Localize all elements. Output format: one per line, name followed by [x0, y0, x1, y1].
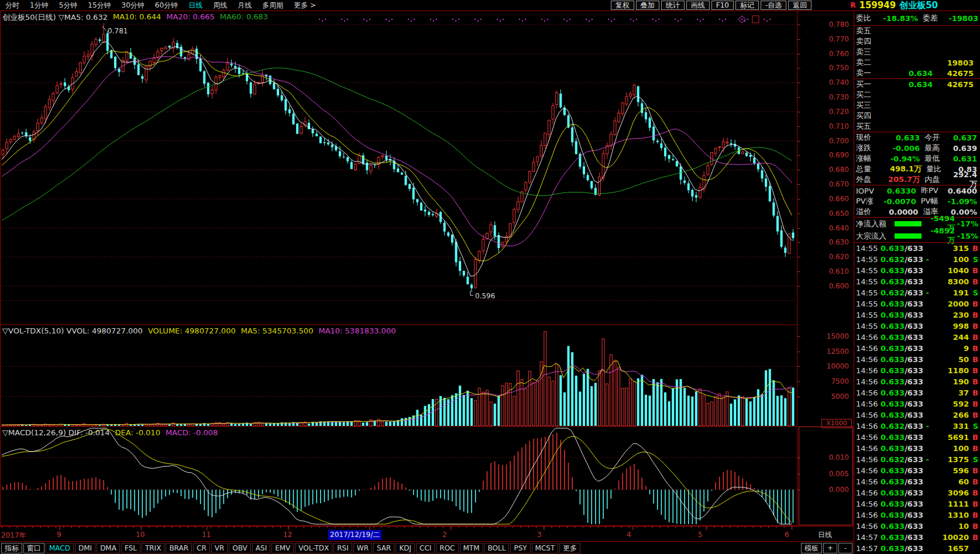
- ask-row[interactable]: 卖二19803: [854, 57, 980, 68]
- indicator-tab-TRIX[interactable]: TRIX: [142, 543, 164, 553]
- axis-tick: [797, 336, 800, 337]
- svg-text:0.781: 0.781: [108, 27, 128, 35]
- axis-tick: [797, 68, 800, 68]
- axis-tick: [797, 352, 800, 352]
- indicator-toolbar: 指标窗口MACDDMIDMAFSLTRIXBRARCRVROBVASIEMVVO…: [0, 541, 854, 554]
- indicator-tab-PSY[interactable]: PSY: [510, 543, 530, 553]
- tick-list[interactable]: 14:550.633/633315B14:550.632/633 -100S14…: [854, 243, 980, 554]
- bid-row[interactable]: 买四: [854, 111, 980, 121]
- axis-tick: [797, 286, 800, 287]
- indicator-tab-BOLL[interactable]: BOLL: [484, 543, 510, 553]
- tick-row: 14:550.632/633 -100S: [854, 254, 980, 265]
- price-axis-label: 0.750: [808, 64, 849, 72]
- period-tab-15分钟[interactable]: 15分钟: [82, 1, 116, 11]
- price-axis-label: 0.640: [808, 225, 849, 232]
- bid-row[interactable]: 买五: [854, 121, 980, 132]
- period-tab-多周期[interactable]: 多周期: [257, 1, 288, 11]
- period-tab-5分钟[interactable]: 5分钟: [54, 1, 83, 11]
- axis-tick: [797, 214, 800, 214]
- period-tab-日线[interactable]: 日线: [183, 1, 208, 11]
- stat-row: 涨跌-0.006最高0.639: [854, 143, 980, 153]
- price-axis-label: 0.710: [808, 123, 849, 130]
- indicator-tab-VR[interactable]: VR: [211, 543, 228, 553]
- indicator-tab-RSI[interactable]: RSI: [333, 543, 352, 553]
- indicator-tab-DMI[interactable]: DMI: [75, 543, 95, 553]
- bid-row[interactable]: 买二: [854, 90, 980, 100]
- price-chart[interactable]: 0.7810.596 创业板50(日线) ▽MA5: 0.632MA10: 0.…: [0, 11, 797, 526]
- period-tab-30分钟[interactable]: 30分钟: [116, 1, 150, 11]
- toolbar-button-模板[interactable]: 模板: [801, 543, 822, 553]
- toolbar-button-窗口[interactable]: 窗口: [23, 543, 44, 553]
- tool-button-复权[interactable]: 复权: [611, 1, 634, 10]
- tool-button-返回[interactable]: 返回: [788, 1, 811, 10]
- x-axis-label: 3: [537, 531, 542, 539]
- indicator-tab-MACD[interactable]: MACD: [46, 543, 74, 553]
- stat-row: IOPV0.6330昨PV0.6400: [854, 185, 980, 196]
- x-axis-label: 2: [442, 531, 447, 539]
- indicator-tab-OBV[interactable]: OBV: [229, 543, 251, 553]
- toolbar-button--[interactable]: -: [838, 543, 852, 553]
- volume-axis-label: 12500: [808, 348, 849, 356]
- price-axis-label: 0.610: [808, 268, 849, 276]
- indicator-tab-CCI[interactable]: CCI: [416, 543, 435, 553]
- toolbar-button-+[interactable]: +: [823, 543, 837, 553]
- indicator-tab-DMA[interactable]: DMA: [97, 543, 120, 553]
- axis-tick: [797, 155, 800, 156]
- period-tab-60分钟[interactable]: 60分钟: [150, 1, 183, 11]
- axis-tick: [797, 25, 800, 25]
- indicator-tab-CR[interactable]: CR: [193, 543, 210, 553]
- indicator-tab-WR[interactable]: WR: [353, 543, 372, 553]
- price-axis-label: 0.700: [808, 137, 849, 145]
- volume-axis-label: 15000: [808, 333, 849, 340]
- axis-tick: [797, 457, 800, 458]
- axis-tick: [797, 228, 800, 229]
- indicator-tab-MTM[interactable]: MTM: [460, 543, 483, 553]
- price-axis-label: 0.760: [808, 50, 849, 58]
- indicator-tab-SAR[interactable]: SAR: [373, 543, 394, 553]
- axis-tick: [797, 141, 800, 142]
- stat-row: 外盘205.7万内盘292.4万: [854, 174, 980, 185]
- tick-row: 14:560.633/633592B: [854, 398, 980, 410]
- tick-row: 14:560.633/633596B: [854, 465, 980, 476]
- tool-button--自选[interactable]: -自选: [761, 1, 786, 10]
- price-axis-label: 0.670: [808, 181, 849, 188]
- ask-row[interactable]: 卖四: [854, 36, 980, 47]
- ask-row[interactable]: 卖五: [854, 26, 980, 36]
- macd-axis-label: 0.010: [808, 454, 849, 462]
- period-tab-周线[interactable]: 周线: [208, 1, 232, 11]
- ask-row[interactable]: 卖三: [854, 47, 980, 57]
- price-axis-label: 0.770: [808, 36, 849, 43]
- ask-row[interactable]: 卖一0.63442675: [854, 68, 980, 78]
- bid-row[interactable]: 买三: [854, 100, 980, 111]
- stock-code: 159949: [859, 0, 896, 11]
- bid-row[interactable]: 买一0.63442675: [854, 79, 980, 90]
- tick-row: 14:550.633/6331040B: [854, 265, 980, 276]
- indicator-tab-FSL[interactable]: FSL: [121, 543, 140, 553]
- indicator-tab-KDJ[interactable]: KDJ: [396, 543, 415, 553]
- fund-flow-row: 大宗流入-4892万-15%: [854, 230, 980, 242]
- tick-row: 14:570.633/63310020B: [854, 532, 980, 543]
- x-axis-label: 9: [57, 531, 61, 539]
- period-tab-更多 >[interactable]: 更多 >: [288, 1, 321, 11]
- toolbar-button-指标[interactable]: 指标: [1, 543, 22, 553]
- period-tab-分时[interactable]: 分时: [0, 1, 25, 11]
- indicator-tab-BRAR[interactable]: BRAR: [166, 543, 192, 553]
- square-mark-icon: [752, 16, 759, 23]
- period-tab-1分钟[interactable]: 1分钟: [25, 1, 54, 11]
- tool-button-F10[interactable]: F10: [711, 1, 734, 10]
- volume-axis-label: 7500: [808, 378, 849, 386]
- tick-row: 14:560.633/6331180B: [854, 365, 980, 376]
- tool-button-画线[interactable]: 画线: [686, 1, 710, 10]
- indicator-tab-MCST[interactable]: MCST: [532, 543, 559, 553]
- tool-button-叠加[interactable]: 叠加: [636, 1, 659, 10]
- indicator-tab-VOL-TDX[interactable]: VOL-TDX: [295, 543, 332, 553]
- period-tab-月线[interactable]: 月线: [232, 1, 257, 11]
- x-axis-label: 5: [698, 531, 703, 539]
- indicator-tab-更多[interactable]: 更多: [559, 543, 580, 553]
- tool-button-统计[interactable]: 统计: [661, 1, 685, 10]
- tool-button-标记[interactable]: 标记: [735, 1, 759, 10]
- indicator-tab-EMV[interactable]: EMV: [271, 543, 294, 553]
- tick-row: 14:560.633/63360B: [854, 476, 980, 487]
- indicator-tab-ASI[interactable]: ASI: [252, 543, 270, 553]
- indicator-tab-ROC[interactable]: ROC: [436, 543, 458, 553]
